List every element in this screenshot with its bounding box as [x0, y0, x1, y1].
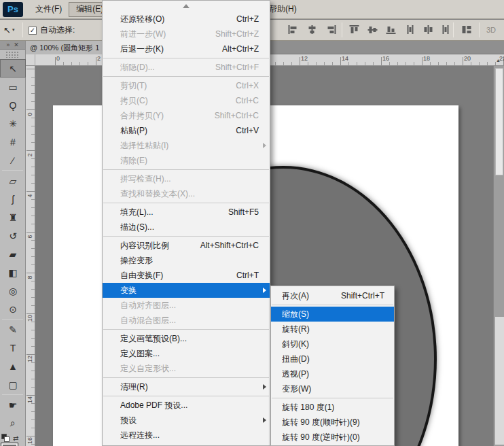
default-colors-icon[interactable] [1, 434, 10, 442]
toolbar-divider [2, 170, 23, 171]
edit-menu-item-0[interactable]: 还原轻移(O)Ctrl+Z [103, 12, 270, 27]
edit-menu-separator [103, 329, 269, 330]
close-panel-icon[interactable]: ✕ [14, 41, 19, 48]
pen-tool[interactable]: ✎ [0, 320, 26, 339]
transform-submenu-item-label: 斜切(K) [282, 339, 384, 350]
rectangular-marquee-tool[interactable]: ▭ [0, 78, 26, 96]
move-tool[interactable]: ↖ [0, 59, 26, 78]
transform-submenu-item-4[interactable]: 斜切(K) [271, 337, 394, 351]
vruler-number: 2 [26, 152, 33, 158]
options-separator [342, 22, 342, 37]
crop-tool[interactable]: # [0, 133, 26, 151]
edit-menu-item-17[interactable]: 描边(S)... [103, 220, 270, 235]
edit-menu-item-20[interactable]: 操控变形 [103, 253, 270, 268]
vruler-number: 10 [26, 315, 33, 322]
edit-menu-separator [103, 377, 269, 378]
edit-menu-item-27[interactable]: 定义图案... [103, 346, 270, 361]
hruler-number: 12 [301, 55, 308, 62]
transform-submenu-item-9[interactable]: 旋转 180 度(1) [271, 400, 394, 415]
auto-align-layers-icon[interactable] [461, 24, 473, 35]
distribute-left-icon[interactable] [406, 24, 418, 35]
dodge-tool[interactable]: ⊙ [0, 300, 26, 318]
auto-select-checkbox[interactable]: ✓ [29, 27, 37, 35]
edit-menu-item-label: 清除(E) [120, 155, 259, 167]
transform-submenu-item-0[interactable]: 再次(A)Shift+Ctrl+T [271, 288, 394, 303]
foreground-color-swatch[interactable] [1, 443, 18, 446]
swap-colors-icon[interactable]: ⇄ [13, 434, 18, 442]
magic-wand-tool[interactable]: ✳ [0, 114, 26, 133]
healing-brush-tool[interactable]: ▱ [0, 171, 26, 190]
edit-menu-item-21[interactable]: 自由变换(F)Ctrl+T [103, 268, 270, 283]
edit-menu-item-30[interactable]: 清理(R) [103, 379, 270, 394]
align-vertical-centers-icon[interactable] [367, 24, 379, 35]
transform-submenu-item-10[interactable]: 旋转 90 度(顺时针)(9) [271, 415, 394, 430]
edit-menu-item-shortcut: Shift+Ctrl+C [215, 111, 259, 120]
edit-menu-item-9[interactable]: 粘贴(P)Ctrl+V [103, 123, 270, 138]
scrollbar-thumb[interactable] [495, 68, 503, 175]
edit-menu-item-6: 剪切(T)Ctrl+X [103, 78, 270, 93]
edit-menu-item-34[interactable]: 远程连接... [103, 428, 270, 443]
edit-menu-item-32[interactable]: Adobe PDF 预设... [103, 398, 270, 413]
type-tool[interactable]: T [0, 339, 26, 357]
3d-mode-label[interactable]: 3D [486, 26, 496, 34]
brush-tool[interactable]: ʃ [0, 190, 26, 208]
history-brush-tool[interactable]: ↺ [0, 226, 26, 245]
transform-submenu-item-7[interactable]: 变形(W) [271, 381, 394, 396]
path-selection-tool[interactable]: ▲ [0, 357, 26, 375]
transform-submenu-item-5[interactable]: 扭曲(D) [271, 351, 394, 366]
eyedropper-tool[interactable]: ∕ [0, 151, 26, 169]
edit-menu-item-14: 查找和替换文本(X)... [103, 186, 270, 201]
lasso-tool[interactable]: Ǫ [0, 96, 26, 114]
scroll-up-arrow-icon[interactable]: ▲ [496, 58, 501, 63]
submenu-arrow-icon [263, 417, 266, 423]
align-right-edges-icon[interactable] [325, 24, 338, 35]
align-horizontal-centers-icon[interactable] [306, 24, 319, 35]
scrollbar-track-lower [495, 317, 504, 445]
transform-submenu-item-3[interactable]: 旋转(R) [271, 322, 394, 337]
align-left-edges-icon[interactable] [287, 24, 300, 35]
distribute-horizontal-centers-icon[interactable] [422, 24, 435, 35]
scroll-up-triangle-icon [183, 4, 190, 8]
eraser-tool[interactable]: ▰ [0, 245, 26, 263]
edit-menu-separator [103, 236, 269, 237]
edit-menu-item-label: 合并拷贝(Y) [120, 110, 205, 122]
transform-submenu-item-label: 缩放(S) [282, 309, 384, 320]
align-bottom-edges-icon[interactable] [385, 24, 397, 35]
transform-submenu-item-11[interactable]: 旋转 90 度(逆时针)(0) [271, 430, 394, 445]
panel-grip[interactable] [5, 51, 20, 58]
collapse-panel-icon[interactable]: » [6, 41, 10, 48]
tools-panel-header: » ✕ [0, 41, 25, 50]
edit-menu-item-shortcut: Ctrl+X [236, 81, 259, 90]
submenu-arrow-icon [263, 384, 266, 390]
edit-menu-item-33[interactable]: 预设 [103, 413, 270, 428]
hand-tool[interactable]: ☛ [0, 396, 26, 414]
vruler-number: 6 [26, 233, 33, 240]
active-tool-chip[interactable]: ↖ ▾ [3, 22, 21, 37]
edit-menu-item-label: Adobe PDF 预设... [120, 400, 259, 411]
align-top-edges-icon[interactable] [348, 24, 361, 35]
zoom-tool[interactable]: ⌕ [0, 414, 26, 432]
edit-menu-item-22[interactable]: 变换 [103, 283, 270, 298]
transform-submenu-separator [272, 305, 393, 305]
menubar-item-0[interactable]: 文件(F) [29, 2, 69, 17]
edit-menu-item-2[interactable]: 后退一步(K)Alt+Ctrl+Z [103, 41, 270, 56]
color-swatches[interactable] [1, 443, 24, 446]
transform-submenu-item-label: 旋转 90 度(逆时针)(0) [282, 432, 384, 443]
menu-scroll-up[interactable] [103, 1, 270, 12]
edit-menu-item-19[interactable]: 内容识别比例Alt+Shift+Ctrl+C [103, 238, 270, 253]
edit-menu-item-shortcut: Ctrl+C [236, 96, 259, 105]
edit-menu-separator [103, 58, 269, 58]
clone-stamp-tool[interactable]: ♜ [0, 208, 26, 226]
gradient-tool[interactable]: ◧ [0, 263, 26, 281]
rounded-rectangle-tool[interactable]: ▢ [0, 375, 26, 394]
edit-menu-item-shortcut: Shift+Ctrl+Z [215, 29, 259, 39]
edit-menu-item-26[interactable]: 定义画笔预设(B)... [103, 331, 270, 346]
transform-submenu-item-2[interactable]: 缩放(S) [271, 307, 394, 322]
blur-tool[interactable]: ◎ [0, 281, 26, 300]
edit-menu-item-label: 后退一步(K) [120, 44, 213, 55]
edit-menu-item-16[interactable]: 填充(L)...Shift+F5 [103, 205, 270, 220]
transform-submenu-item-6[interactable]: 透视(P) [271, 366, 394, 381]
distribute-right-icon[interactable] [439, 24, 452, 35]
photoshop-window: @ 100% (圆角矩形 1 02121416182022 0246810121… [0, 0, 504, 446]
vertical-scrollbar[interactable] [493, 66, 504, 446]
